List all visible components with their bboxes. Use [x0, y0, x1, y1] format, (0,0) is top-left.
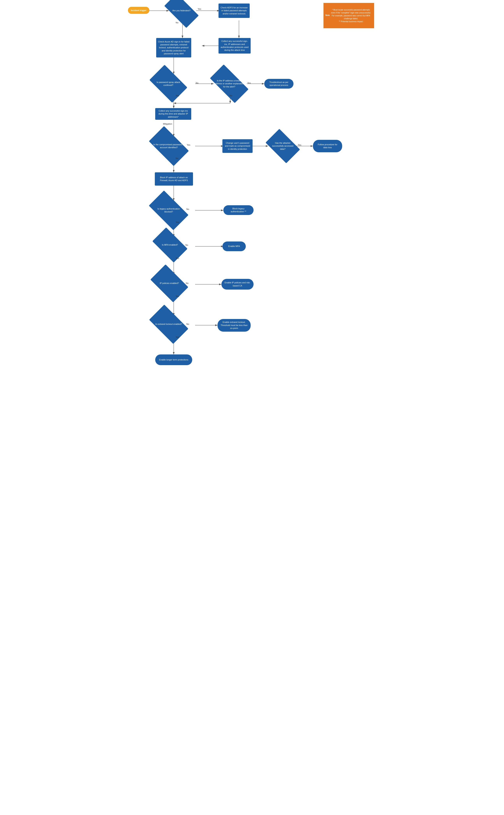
longer-term-text: Enable longer term protections	[159, 358, 188, 361]
check-azure-box: Check Azure AD sign-in for failed passwo…	[156, 38, 191, 57]
collect-signins2-text: Collect any successful sign-ins during t…	[157, 109, 190, 118]
ip-policies-question: IP policies enabled?	[158, 282, 181, 285]
enable-ip-text: Enable IP policies and risk-based CA	[224, 281, 251, 287]
enable-extranet-text: Enable extranet lockout. Threshold must …	[220, 321, 248, 330]
no-label-extranet: No	[186, 323, 189, 325]
ip-policies-diamond: IP policies enabled?	[153, 273, 185, 294]
enable-mfa-box: Enable MFA	[222, 241, 246, 251]
yes-label-mfa: Yes	[176, 257, 179, 259]
block-legacy-box: Block legacy authentication **	[223, 205, 254, 215]
mitigation-label: Mitigation	[163, 123, 172, 125]
no-label-legacy: No	[186, 208, 189, 210]
federated-diamond: Are you federated?	[166, 2, 197, 19]
no-label-ip: No	[230, 94, 232, 97]
enable-mfa-text: Enable MFA	[228, 245, 240, 248]
follow-procedure-box: Follow procedure for data loss	[313, 140, 342, 152]
ip-known-question: Is the IP address a known address or ano…	[212, 79, 247, 88]
no-label-spray: No	[196, 82, 198, 84]
federated-question: Are you federated?	[170, 9, 193, 12]
attacker-data-question: Has the attacker successfully accessed d…	[268, 142, 297, 151]
mfa-diamond: Is MFA enabled?	[155, 235, 185, 255]
note-title: Note	[325, 14, 330, 17]
check-azure-text: Check Azure AD sign-in for failed passwo…	[158, 40, 190, 55]
longer-term-box: Enable longer term protections	[155, 354, 192, 365]
change-password-text: Change user's password and mark as compr…	[224, 142, 251, 151]
note-content: * Must locate successful password attemp…	[330, 8, 372, 23]
troubleshoot-box: Troubleshoot as per operational process	[264, 79, 293, 89]
extranet-diamond: Is extranet lockout enabled?	[152, 314, 186, 335]
block-ip-box: Block IP address of attack on Firewall, …	[155, 172, 193, 186]
password-spray-diamond: Is password spray attack confimed?	[152, 73, 184, 94]
flowchart-canvas: Incident trigger Are you federated? Yes …	[126, 0, 378, 407]
compromised-diamond: Is the compromised password or account i…	[151, 135, 186, 157]
troubleshoot-text: Troubleshoot as per operational process	[267, 81, 291, 87]
follow-procedure-text: Follow procedure for data loss	[316, 143, 339, 149]
trigger-label: Incident trigger	[131, 9, 146, 11]
change-password-box: Change user's password and mark as compr…	[222, 139, 253, 153]
legacy-auth-question: Is legacy authentication blocked?	[151, 207, 186, 213]
incident-trigger: Incident trigger	[128, 7, 149, 14]
yes-label-compromised: Yes	[187, 144, 190, 146]
no-label-compromised: No	[176, 157, 178, 159]
no-label-mfa: No	[185, 244, 188, 246]
yes-label-extranet: Yes	[176, 336, 179, 338]
enable-ip-box: Enable IP policies and risk-based CA	[221, 279, 254, 290]
check-adfs-text: Check ADFS for an increase in failed pas…	[220, 6, 248, 15]
legacy-auth-diamond: Is legacy authentication blocked?	[151, 200, 186, 221]
check-adfs-box: Check ADFS for an increase in failed pas…	[219, 4, 250, 18]
yes-label-ip: Yes	[247, 82, 251, 84]
yes-label-spray: Yes	[176, 94, 179, 97]
yes-label-federated: Yes	[198, 8, 201, 10]
enable-extranet-box: Enable extranet lockout. Threshold must …	[218, 319, 251, 332]
collect-signins2-box: Collect any successful sign-ins during t…	[155, 108, 191, 120]
attacker-data-diamond: Has the attacker successfully accessed d…	[268, 136, 297, 156]
mfa-question: Is MFA enabled?	[160, 243, 180, 246]
yes-label-legacy: Yes	[176, 221, 179, 223]
block-ip-text: Block IP address of attack on Firewall, …	[156, 176, 191, 182]
yes-label-attacker: Yes	[298, 144, 301, 146]
note-box: Note * Must locate successful password a…	[323, 3, 374, 28]
extranet-question: Is extranet lockout enabled?	[153, 323, 184, 326]
ip-known-diamond: Is the IP address a known address or ano…	[212, 74, 247, 93]
compromised-question: Is the compromised password or account i…	[151, 143, 186, 149]
yes-label-ip-policies: Yes	[176, 295, 179, 297]
password-spray-question: Is password spray attack confimed?	[152, 81, 184, 87]
block-legacy-text: Block legacy authentication **	[226, 207, 251, 213]
collect-signins1-text: Collect any successful sign-ins, IP addr…	[220, 40, 249, 52]
no-label-ip-policies: No	[186, 282, 189, 284]
collect-signins1-box: Collect any successful sign-ins, IP addr…	[219, 38, 251, 54]
no-label-federated: No	[176, 21, 178, 24]
